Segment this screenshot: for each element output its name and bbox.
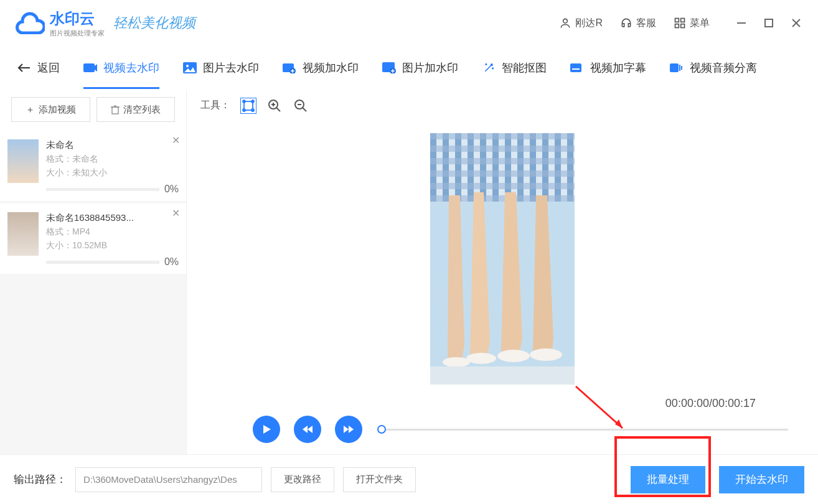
- headset-icon: [620, 17, 632, 29]
- user-icon: [559, 17, 571, 29]
- file-name: 未命名1638845593...: [46, 212, 179, 224]
- grid-icon: [674, 17, 686, 29]
- tab-audio-split[interactable]: 视频音频分离: [670, 60, 757, 75]
- tools-row: 工具：: [187, 90, 818, 122]
- file-name: 未命名: [46, 139, 179, 151]
- preview-canvas[interactable]: [187, 122, 818, 404]
- svg-rect-29: [112, 107, 118, 114]
- svg-point-33: [243, 100, 245, 103]
- forward-button[interactable]: [335, 416, 362, 443]
- svg-marker-60: [349, 426, 354, 433]
- svg-marker-59: [344, 426, 349, 433]
- svg-rect-45: [430, 133, 575, 202]
- tab-video-subtitle[interactable]: 视频加字幕: [570, 60, 646, 75]
- play-button[interactable]: [253, 416, 280, 443]
- support-button[interactable]: 客服: [620, 17, 656, 30]
- maximize-button[interactable]: [762, 16, 776, 30]
- tab-video-add-watermark[interactable]: 视频加水印: [283, 60, 359, 75]
- output-label: 输出路径：: [14, 472, 67, 487]
- remove-file-button[interactable]: ✕: [172, 134, 180, 146]
- progress-bar: [46, 261, 159, 264]
- selection-tool[interactable]: [240, 98, 256, 114]
- tagline: 轻松美化视频: [113, 14, 195, 32]
- svg-point-0: [563, 19, 568, 23]
- svg-rect-4: [681, 24, 685, 28]
- svg-rect-26: [570, 63, 581, 72]
- video-preview: [430, 133, 575, 385]
- tab-label: 视频加水印: [303, 60, 359, 75]
- file-list: 未命名 格式：未命名 大小：未知大小 0% ✕ 未命名1638845593...…: [0, 131, 186, 454]
- change-path-button[interactable]: 更改路径: [271, 467, 334, 492]
- clear-list-button[interactable]: 清空列表: [96, 97, 176, 122]
- output-path-input[interactable]: [75, 467, 262, 492]
- scrubber-handle[interactable]: [377, 425, 386, 434]
- tab-label: 图片去水印: [203, 60, 259, 75]
- time-display: 00:00:00/00:00:17: [665, 397, 756, 410]
- file-item[interactable]: 未命名 格式：未命名 大小：未知大小 0% ✕: [0, 131, 186, 201]
- back-button[interactable]: 返回: [17, 60, 60, 75]
- svg-line-38: [276, 108, 280, 111]
- svg-point-51: [497, 350, 530, 362]
- svg-point-49: [443, 357, 470, 367]
- svg-point-50: [466, 353, 496, 364]
- progress-bar: [46, 188, 159, 191]
- svg-point-34: [252, 100, 254, 103]
- plus-icon: ＋: [26, 104, 35, 116]
- svg-point-23: [491, 64, 492, 65]
- tab-label: 视频音频分离: [690, 60, 757, 75]
- app-subtitle: 图片视频处理专家: [50, 29, 105, 38]
- tab-image-remove-watermark[interactable]: 图片去水印: [183, 60, 259, 75]
- magic-wand-icon: [482, 62, 496, 73]
- sidebar: ＋添加视频 清空列表 未命名 格式：未命名 大小：未知大小 0% ✕: [0, 90, 187, 454]
- tab-label: 图片加水印: [402, 60, 458, 75]
- titlebar: 水印云 图片视频处理专家 轻松美化视频 刚达R 客服 菜单: [0, 0, 818, 46]
- svg-marker-11: [95, 64, 97, 72]
- tab-label: 视频去水印: [103, 60, 159, 75]
- svg-rect-28: [670, 63, 679, 72]
- svg-rect-3: [675, 24, 679, 28]
- tools-label: 工具：: [200, 99, 230, 112]
- close-button[interactable]: [789, 16, 803, 30]
- app-name: 水印云: [50, 9, 105, 29]
- cloud-logo-icon: [15, 12, 45, 34]
- trash-icon: [111, 105, 120, 114]
- subtitle-icon: [570, 62, 584, 73]
- svg-point-36: [252, 109, 254, 111]
- svg-point-13: [186, 65, 189, 67]
- tab-image-add-watermark[interactable]: 图片加水印: [382, 60, 458, 75]
- svg-rect-32: [244, 101, 253, 110]
- svg-rect-10: [83, 63, 95, 72]
- svg-rect-53: [430, 366, 575, 385]
- preview-area: 工具：: [187, 90, 818, 454]
- add-video-button[interactable]: ＋添加视频: [11, 97, 90, 122]
- file-thumbnail: [7, 212, 39, 256]
- svg-rect-2: [681, 19, 685, 22]
- svg-line-22: [485, 65, 491, 72]
- image-plus-icon: [382, 62, 396, 73]
- svg-rect-27: [572, 68, 580, 70]
- tab-smart-cutout[interactable]: 智能抠图: [482, 60, 547, 75]
- menu-button[interactable]: 菜单: [674, 17, 710, 30]
- playback-controls: 00:00:00/00:00:17: [187, 404, 818, 454]
- svg-marker-58: [308, 426, 313, 433]
- svg-point-52: [530, 348, 562, 361]
- progress-percent: 0%: [164, 184, 179, 195]
- tab-video-remove-watermark[interactable]: 视频去水印: [83, 60, 159, 75]
- minimize-button[interactable]: [735, 16, 748, 30]
- user-account[interactable]: 刚达R: [559, 17, 603, 30]
- zoom-in-tool[interactable]: [266, 98, 283, 114]
- start-remove-watermark-button[interactable]: 开始去水印: [719, 466, 804, 493]
- batch-process-button[interactable]: 批量处理: [631, 466, 705, 493]
- file-item[interactable]: 未命名1638845593... 格式：MP4 大小：10.52MB 0% ✕: [0, 203, 186, 274]
- arrow-left-icon: [17, 63, 31, 73]
- svg-point-25: [492, 68, 494, 69]
- scrubber[interactable]: [377, 429, 788, 431]
- svg-point-24: [486, 63, 487, 65]
- tab-label: 视频加字幕: [590, 60, 646, 75]
- svg-rect-1: [675, 19, 679, 22]
- image-icon: [183, 62, 197, 73]
- remove-file-button[interactable]: ✕: [172, 207, 180, 219]
- open-folder-button[interactable]: 打开文件夹: [343, 467, 416, 492]
- zoom-out-tool[interactable]: [293, 98, 309, 114]
- rewind-button[interactable]: [294, 416, 321, 443]
